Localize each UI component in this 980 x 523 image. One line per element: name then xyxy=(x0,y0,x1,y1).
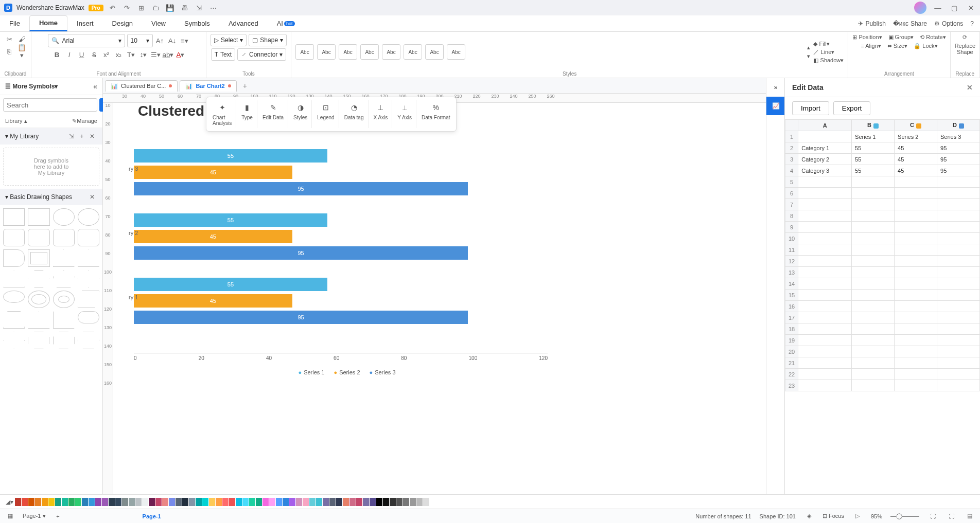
list-icon[interactable]: ☰▾ xyxy=(151,49,161,60)
shape-pill[interactable] xyxy=(78,311,99,323)
connector-tool[interactable]: ⟋ Connector▾ xyxy=(237,48,286,61)
palette-picker-icon[interactable]: ◢▾ xyxy=(4,497,14,507)
color-swatch[interactable] xyxy=(62,498,68,506)
style-preset[interactable]: Abc xyxy=(425,44,444,60)
color-swatch[interactable] xyxy=(249,498,255,506)
doc-tab[interactable]: 📊 Clustered Bar C... xyxy=(105,80,178,92)
color-swatch[interactable] xyxy=(349,498,356,506)
shape-rect[interactable] xyxy=(28,208,49,226)
collapse-right-icon[interactable]: » xyxy=(766,78,785,97)
color-swatch[interactable] xyxy=(262,498,269,506)
color-swatch[interactable] xyxy=(289,498,295,506)
shadow-dropdown[interactable]: ◧ Shadow▾ xyxy=(813,57,844,64)
chart-bar[interactable]: 95 xyxy=(134,311,468,324)
style-preset[interactable]: Abc xyxy=(360,44,379,60)
color-swatch[interactable] xyxy=(22,498,28,506)
chart-tb-styles[interactable]: ◑Styles xyxy=(289,100,312,128)
color-swatch[interactable] xyxy=(68,498,75,506)
shape-round[interactable] xyxy=(28,229,49,246)
style-scroll-down[interactable]: ▾ xyxy=(807,53,810,60)
color-swatch[interactable] xyxy=(423,498,429,506)
color-swatch[interactable] xyxy=(169,498,175,506)
style-preset[interactable]: Abc xyxy=(404,44,422,60)
open-icon[interactable]: 🗀 xyxy=(151,3,161,13)
page-grid-icon[interactable]: ▦ xyxy=(5,511,15,521)
menu-home[interactable]: Home xyxy=(29,15,67,31)
menu-symbols[interactable]: Symbols xyxy=(175,15,219,31)
doc-tab[interactable]: 📊 Bar Chart2 xyxy=(180,80,236,92)
undo-icon[interactable]: ↶ xyxy=(108,3,118,13)
color-swatch[interactable] xyxy=(15,498,21,506)
shape-para[interactable] xyxy=(78,291,99,308)
color-swatch[interactable] xyxy=(109,498,115,506)
style-preset[interactable]: Abc xyxy=(317,44,336,60)
shape-diam[interactable] xyxy=(78,270,99,287)
color-swatch[interactable] xyxy=(155,498,162,506)
menu-insert[interactable]: Insert xyxy=(67,15,103,31)
color-swatch[interactable] xyxy=(269,498,275,506)
chart-bar[interactable]: 55 xyxy=(134,213,327,227)
chart-bar[interactable]: 95 xyxy=(134,182,468,195)
color-swatch[interactable] xyxy=(316,498,322,506)
case-icon[interactable]: T▾ xyxy=(126,49,136,60)
color-swatch[interactable] xyxy=(309,498,316,506)
shape-donut[interactable] xyxy=(28,291,49,308)
super-icon[interactable]: x² xyxy=(101,49,112,60)
add-page-icon[interactable]: + xyxy=(53,511,63,521)
publish-link[interactable]: ✈ Publish xyxy=(858,20,885,27)
shape-oct[interactable] xyxy=(28,332,49,349)
save-icon[interactable]: 💾 xyxy=(165,3,176,13)
copy-icon[interactable]: ⎘ xyxy=(4,46,14,57)
maximize-icon[interactable]: ▢ xyxy=(949,3,959,13)
color-swatch[interactable] xyxy=(410,498,416,506)
spacing-icon[interactable]: ↕▾ xyxy=(138,49,149,60)
chart-bar[interactable]: 55 xyxy=(134,278,327,291)
options-link[interactable]: ⚙ Options xyxy=(934,20,963,27)
chart-tb-type[interactable]: ▮Type xyxy=(237,100,257,128)
color-swatch[interactable] xyxy=(303,498,309,506)
lock-dropdown[interactable]: 🔒 Lock▾ xyxy=(914,43,937,49)
print-icon[interactable]: 🖶 xyxy=(180,3,190,13)
share-link[interactable]: �икс Share xyxy=(893,20,927,27)
chart-bar[interactable]: 45 xyxy=(134,294,292,308)
color-swatch[interactable] xyxy=(283,498,289,506)
color-swatch[interactable] xyxy=(296,498,302,506)
my-library-section[interactable]: ▾ My Library xyxy=(5,133,39,140)
italic-icon[interactable]: I xyxy=(64,49,75,60)
panels-icon[interactable]: ▤ xyxy=(965,511,975,521)
paste-icon[interactable]: 📋▾ xyxy=(16,46,27,57)
line-dropdown[interactable]: ／ Line▾ xyxy=(813,48,844,56)
color-swatch[interactable] xyxy=(129,498,135,506)
select-tool[interactable]: ▷ Select▾ xyxy=(211,34,247,46)
chart-tb-edit data[interactable]: ✎Edit Data xyxy=(258,100,288,128)
color-swatch[interactable] xyxy=(390,498,396,506)
more-symbols-button[interactable]: ☰ More Symbols▾ xyxy=(5,83,58,90)
data-grid[interactable]: ABCD1Series 1Series 2Series 32Category 1… xyxy=(785,119,980,391)
chart-tb-x axis[interactable]: ⊥X Axis xyxy=(370,100,393,128)
fill-dropdown[interactable]: ◆ Fill▾ xyxy=(813,41,844,47)
shape-round[interactable] xyxy=(3,229,25,246)
highlight-icon[interactable]: ab▾ xyxy=(163,49,173,60)
chart-tb-data format[interactable]: %Data Format xyxy=(417,100,454,128)
shape-round[interactable] xyxy=(53,229,75,246)
library-dropzone[interactable]: Drag symbols here to add to My Library xyxy=(3,148,99,186)
color-swatch[interactable] xyxy=(202,498,208,506)
basic-shapes-section[interactable]: ▾ Basic Drawing Shapes xyxy=(5,193,72,201)
import-button[interactable]: Import xyxy=(792,101,829,115)
color-swatch[interactable] xyxy=(370,498,376,506)
new-icon[interactable]: ⊞ xyxy=(136,3,147,13)
close-icon[interactable]: ✕ xyxy=(966,3,976,13)
color-swatch[interactable] xyxy=(95,498,101,506)
color-swatch[interactable] xyxy=(256,498,262,506)
color-swatch[interactable] xyxy=(28,498,34,506)
lib-close-icon[interactable]: ✕ xyxy=(87,131,97,141)
export-button[interactable]: Export xyxy=(833,101,871,115)
shape-frame[interactable] xyxy=(28,249,49,267)
size-dropdown[interactable]: ⬌ Size▾ xyxy=(887,43,907,49)
fullscreen-icon[interactable]: ⛶ xyxy=(946,511,956,521)
export-icon[interactable]: ⇲ xyxy=(194,3,204,13)
font-size-select[interactable]: 10 ▾ xyxy=(127,34,153,47)
chart-bar[interactable]: 45 xyxy=(134,230,292,243)
menu-view[interactable]: View xyxy=(142,15,175,31)
style-scroll-up[interactable]: ▴ xyxy=(807,44,810,51)
